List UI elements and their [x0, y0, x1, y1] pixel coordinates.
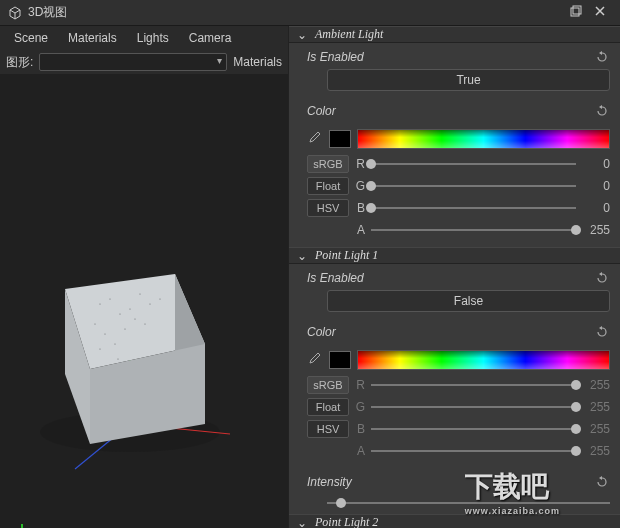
reset-button[interactable] — [594, 474, 610, 490]
reset-button[interactable] — [594, 270, 610, 286]
titlebar: 3D视图 — [0, 0, 620, 26]
channel-label: B — [355, 422, 365, 436]
materials-toggle[interactable]: Materials — [233, 55, 282, 69]
channel-value: 255 — [582, 400, 610, 414]
svg-point-24 — [117, 358, 118, 359]
channel-slider[interactable] — [371, 205, 576, 211]
mode-hsv[interactable]: HSV — [307, 420, 349, 438]
channel-value: 0 — [582, 157, 610, 171]
channel-value: 255 — [582, 378, 610, 392]
channel-slider[interactable] — [371, 448, 576, 454]
properties-panel: ⌄ Ambient Light Is Enabled True Color — [288, 26, 620, 528]
cube-icon — [8, 6, 22, 20]
shape-label: 图形: — [6, 54, 33, 71]
enabled-toggle[interactable]: False — [327, 290, 610, 312]
section-title: Point Light 2 — [315, 515, 378, 528]
section-title: Point Light 1 — [315, 248, 378, 263]
channel-label: R — [355, 157, 365, 171]
channel-label: A — [355, 444, 365, 458]
svg-point-22 — [144, 323, 145, 324]
intensity-label: Intensity — [307, 475, 352, 489]
mode-srgb[interactable]: sRGB — [307, 155, 349, 173]
menu-scene[interactable]: Scene — [6, 29, 56, 47]
channel-slider[interactable] — [371, 404, 576, 410]
reset-button[interactable] — [594, 103, 610, 119]
section-point-light-2[interactable]: ⌄ Point Light 2 — [289, 514, 620, 528]
svg-point-18 — [124, 328, 125, 329]
channel-slider[interactable] — [371, 227, 576, 233]
close-button[interactable] — [588, 5, 612, 20]
chevron-down-icon: ⌄ — [297, 28, 311, 42]
color-label: Color — [307, 325, 336, 339]
enabled-toggle[interactable]: True — [327, 69, 610, 91]
reset-button[interactable] — [594, 49, 610, 65]
is-enabled-label: Is Enabled — [307, 50, 364, 64]
channel-label: A — [355, 223, 365, 237]
chevron-down-icon: ⌄ — [297, 516, 311, 529]
svg-point-15 — [129, 308, 130, 309]
menu-camera[interactable]: Camera — [181, 29, 240, 47]
section-point-light-1[interactable]: ⌄ Point Light 1 — [289, 247, 620, 264]
svg-point-25 — [159, 298, 160, 299]
svg-point-21 — [149, 303, 150, 304]
color-label: Color — [307, 104, 336, 118]
svg-point-17 — [104, 333, 105, 334]
channel-value: 255 — [582, 444, 610, 458]
channel-value: 0 — [582, 201, 610, 215]
maximize-button[interactable] — [564, 5, 588, 20]
window-title: 3D视图 — [28, 4, 564, 21]
menu-materials[interactable]: Materials — [60, 29, 125, 47]
color-swatch[interactable] — [329, 130, 351, 148]
eyedropper-icon[interactable] — [307, 131, 323, 147]
channel-label: G — [355, 400, 365, 414]
shape-toolbar: 图形: Materials — [0, 50, 288, 74]
channel-slider[interactable] — [371, 183, 576, 189]
section-ambient-light[interactable]: ⌄ Ambient Light — [289, 26, 620, 43]
mode-srgb[interactable]: sRGB — [307, 376, 349, 394]
intensity-slider[interactable] — [327, 500, 610, 506]
menu-lights[interactable]: Lights — [129, 29, 177, 47]
channel-slider[interactable] — [371, 426, 576, 432]
color-spectrum[interactable] — [357, 129, 610, 149]
viewport-3d[interactable] — [0, 74, 288, 528]
channel-slider[interactable] — [371, 382, 576, 388]
svg-point-20 — [134, 318, 135, 319]
is-enabled-label: Is Enabled — [307, 271, 364, 285]
channel-label: R — [355, 378, 365, 392]
svg-point-19 — [114, 343, 115, 344]
channel-value: 0 — [582, 179, 610, 193]
svg-point-12 — [109, 298, 110, 299]
section-title: Ambient Light — [315, 27, 383, 42]
svg-point-14 — [94, 323, 95, 324]
color-swatch[interactable] — [329, 351, 351, 369]
svg-point-13 — [119, 313, 120, 314]
channel-label: G — [355, 179, 365, 193]
channel-value: 255 — [582, 223, 610, 237]
reset-button[interactable] — [594, 324, 610, 340]
shape-dropdown[interactable] — [39, 53, 227, 71]
menubar: Scene Materials Lights Camera — [0, 26, 288, 50]
mode-float[interactable]: Float — [307, 398, 349, 416]
svg-rect-1 — [573, 6, 581, 14]
svg-rect-0 — [571, 8, 579, 16]
channel-slider[interactable] — [371, 161, 576, 167]
svg-point-23 — [99, 348, 100, 349]
chevron-down-icon: ⌄ — [297, 249, 311, 263]
mode-hsv[interactable]: HSV — [307, 199, 349, 217]
color-spectrum[interactable] — [357, 350, 610, 370]
svg-point-16 — [139, 293, 140, 294]
mode-float[interactable]: Float — [307, 177, 349, 195]
svg-point-11 — [99, 303, 100, 304]
channel-value: 255 — [582, 422, 610, 436]
eyedropper-icon[interactable] — [307, 352, 323, 368]
channel-label: B — [355, 201, 365, 215]
